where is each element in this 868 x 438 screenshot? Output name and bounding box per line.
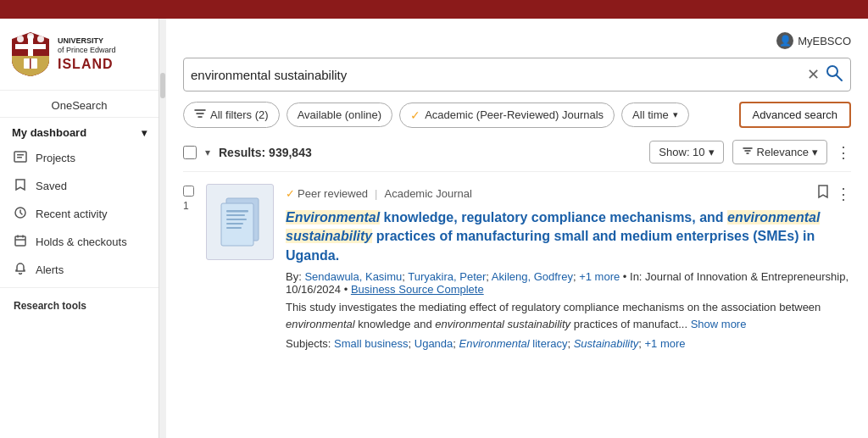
by-label: By: [286, 270, 304, 283]
svg-rect-18 [226, 214, 245, 216]
abstract-sustain-highlight: environmental sustainability [435, 318, 570, 330]
title-highlight-env: Environmental [286, 210, 380, 225]
more-options-button[interactable]: ⋮ [836, 143, 851, 162]
svg-rect-17 [226, 210, 248, 213]
research-tools-label: Research tools [0, 291, 159, 315]
myebsco-label: MyEBSCO [798, 35, 851, 47]
author-link-turyakira[interactable]: Turyakira, Peter [408, 270, 486, 283]
author-link-sendawula[interactable]: Sendawula, Kasimu [304, 270, 402, 283]
abstract-end: practices of manufact... [570, 318, 691, 330]
onesearch-label: OneSearch [0, 91, 159, 118]
sidebar-item-recent-activity[interactable]: Recent activity [0, 200, 159, 228]
subject-env-literacy-link[interactable]: Environmental literacy [459, 337, 568, 350]
subject-uganda-link[interactable]: Uganda [415, 337, 453, 350]
abstract-mid: knowledge and [355, 318, 436, 330]
svg-point-14 [827, 66, 837, 76]
clock-icon [14, 206, 27, 222]
result-thumbnail [206, 184, 274, 260]
result-checkbox-wrap: 1 [183, 184, 194, 350]
sidebar-divider [0, 287, 159, 288]
myebsco-button[interactable]: 👤 MyEBSCO [776, 32, 851, 49]
sidebar-nav: Projects Saved Recent activity Holds & c… [0, 144, 159, 284]
projects-icon [14, 150, 27, 166]
scroll-thumb[interactable] [160, 73, 165, 98]
chevron-down-icon: ▾ [142, 127, 147, 139]
abstract-intro: This study investigates the mediating ef… [286, 301, 821, 313]
show-count-button[interactable]: Show: 10 ▾ [649, 141, 723, 164]
results-dropdown-arrow[interactable]: ▾ [205, 147, 210, 158]
saved-icon [14, 178, 27, 194]
abstract-env-highlight: environmental [286, 318, 355, 330]
scrollbar-area[interactable] [159, 19, 166, 438]
result-number: 1 [183, 200, 189, 212]
result-more-button[interactable]: ⋮ [836, 185, 851, 203]
dashboard-label: My dashboard [12, 126, 86, 139]
sidebar-item-alerts[interactable]: Alerts [0, 256, 159, 284]
dashboard-header[interactable]: My dashboard ▾ [0, 118, 159, 144]
sidebar-item-holds-checkouts[interactable]: Holds & checkouts [0, 228, 159, 256]
peer-check-icon: ✓ [286, 187, 295, 200]
subject-more-link[interactable]: +1 more [645, 337, 686, 350]
show-more-link[interactable]: Show more [691, 318, 747, 330]
subjects-label: Subjects: [286, 337, 334, 350]
result-title[interactable]: Environmental knowledge, regulatory comp… [286, 208, 851, 265]
peer-reviewed-badge: ✓ Peer reviewed [286, 187, 368, 200]
alerts-label: Alerts [36, 263, 64, 276]
search-input-wrap: ✕ [183, 58, 851, 91]
projects-label: Projects [36, 152, 75, 164]
result-checkbox[interactable] [183, 186, 194, 197]
svg-point-7 [27, 33, 34, 40]
author-link-akileng[interactable]: Akileng, Godfrey [492, 270, 573, 283]
topbar-right: 👤 MyEBSCO [183, 32, 851, 49]
all-filters-button[interactable]: All filters (2) [183, 102, 280, 128]
result-meta-row: ✓ Peer reviewed | Academic Journal ⋮ [286, 184, 851, 203]
advanced-search-label: Advanced search [753, 108, 837, 121]
show-count-label: Show: 10 [659, 146, 704, 158]
svg-rect-5 [30, 58, 31, 69]
select-all-checkbox[interactable] [183, 146, 197, 159]
all-filters-label: All filters (2) [210, 108, 269, 121]
svg-rect-13 [15, 236, 25, 246]
peer-reviewed-button[interactable]: ✓ Academic (Peer-Reviewed) Journals [399, 103, 615, 128]
business-source-link[interactable]: Business Source Complete [351, 283, 484, 296]
svg-rect-11 [17, 157, 22, 158]
pipe-separator: | [375, 187, 377, 200]
svg-point-8 [37, 36, 44, 42]
peer-reviewed-text: Peer reviewed [298, 187, 368, 200]
relevance-sort-button[interactable]: Relevance ▾ [732, 140, 827, 164]
main-content: 👤 MyEBSCO ✕ [166, 19, 868, 438]
result-authors: By: Sendawula, Kasimu; Turyakira, Peter;… [286, 270, 851, 296]
sidebar-item-saved[interactable]: Saved [0, 172, 159, 200]
top-brand-bar [0, 0, 868, 19]
saved-label: Saved [36, 180, 67, 192]
available-online-button[interactable]: Available (online) [287, 103, 393, 127]
result-abstract: This study investigates the mediating ef… [286, 299, 851, 332]
clear-search-button[interactable]: ✕ [807, 67, 820, 82]
results-count: Results: 939,843 [219, 146, 641, 159]
result-details: ✓ Peer reviewed | Academic Journal ⋮ Env… [286, 184, 851, 350]
show-chevron-icon: ▾ [709, 146, 715, 158]
subject-sustainability-link[interactable]: Sustainability [574, 337, 639, 350]
time-filter-button[interactable]: All time ▾ [621, 103, 689, 127]
search-input[interactable] [191, 68, 807, 82]
filter-icon [194, 108, 206, 122]
svg-rect-20 [226, 223, 243, 225]
sort-icon [742, 145, 754, 159]
search-bar-row: ✕ [183, 58, 851, 91]
sidebar-item-projects[interactable]: Projects [0, 144, 159, 172]
journal-type-text: Academic Journal [385, 187, 472, 200]
filters-row: All filters (2) Available (online) ✓ Aca… [183, 102, 851, 128]
logo-area: UNIVERSITY of Prince Edward ISLAND [0, 19, 159, 91]
bookmark-button[interactable] [815, 184, 831, 203]
svg-rect-10 [17, 154, 24, 156]
subject-small-business-link[interactable]: Small business [334, 337, 408, 350]
relevance-chevron-icon: ▾ [812, 146, 818, 158]
search-go-button[interactable] [820, 64, 843, 86]
bell-icon [14, 262, 27, 278]
advanced-search-button[interactable]: Advanced search [739, 102, 851, 128]
author-link-more[interactable]: +1 more [579, 270, 620, 283]
all-time-label: All time [632, 108, 669, 121]
available-online-label: Available (online) [298, 108, 382, 121]
relevance-label: Relevance [757, 146, 809, 158]
result-subjects: Subjects: Small business; Uganda; Enviro… [286, 337, 851, 350]
